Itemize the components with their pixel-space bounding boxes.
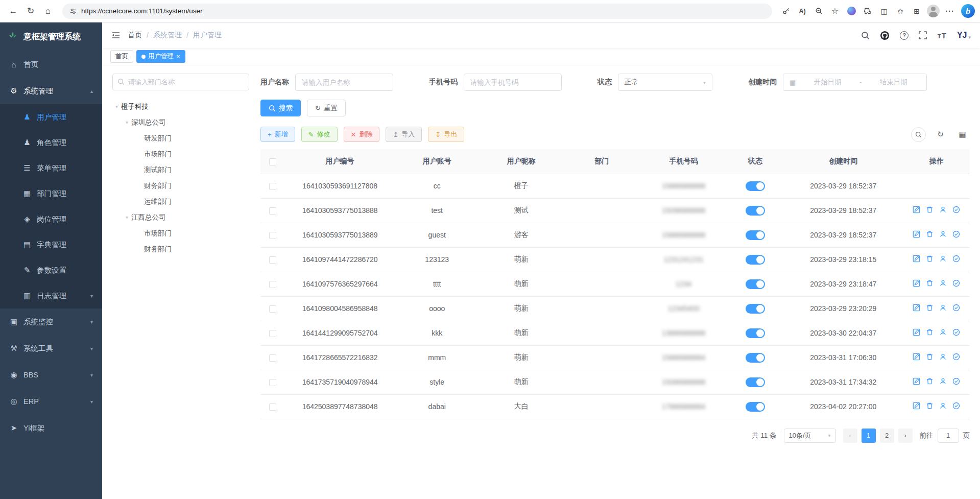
- reset-password-icon[interactable]: [939, 353, 947, 361]
- row-checkbox[interactable]: [269, 305, 276, 313]
- split-screen-icon[interactable]: ◫: [876, 4, 892, 19]
- favorites-bar-icon[interactable]: ✩: [893, 4, 908, 19]
- extensions-icon[interactable]: [860, 4, 875, 19]
- goto-page-input[interactable]: [938, 429, 959, 443]
- tree-node[interactable]: ▾ 江西总公司: [112, 209, 249, 225]
- fullscreen-icon[interactable]: [919, 31, 927, 39]
- username-input[interactable]: [295, 74, 393, 91]
- reset-button[interactable]: ↻ 重置: [307, 100, 346, 116]
- sidebar-item-erp[interactable]: ◎ ERP ▾: [0, 388, 102, 415]
- select-all-checkbox[interactable]: [269, 158, 276, 165]
- row-checkbox[interactable]: [269, 403, 276, 411]
- status-toggle[interactable]: [746, 279, 765, 289]
- sidebar-item-home[interactable]: ⌂ 首页: [0, 51, 102, 78]
- department-search-input[interactable]: [112, 74, 249, 90]
- status-toggle[interactable]: [746, 328, 765, 338]
- sidebar-item-log-management[interactable]: ▥ 日志管理 ▾: [0, 283, 102, 308]
- assign-role-icon[interactable]: [952, 206, 960, 213]
- sidebar-item-dict-management[interactable]: ▤ 字典管理: [0, 232, 102, 257]
- font-size-icon[interactable]: ᴛT: [937, 31, 947, 40]
- reset-password-icon[interactable]: [939, 304, 947, 312]
- read-aloud-icon[interactable]: A): [795, 4, 810, 19]
- tab-home[interactable]: 首页: [110, 50, 133, 63]
- tree-node[interactable]: 运维部门: [112, 194, 249, 209]
- trash-icon[interactable]: [926, 206, 934, 213]
- page-1-button[interactable]: 1: [862, 429, 876, 443]
- next-page-button[interactable]: ›: [898, 429, 913, 443]
- row-checkbox[interactable]: [269, 330, 276, 337]
- bing-icon[interactable]: b: [961, 4, 975, 18]
- caret-down-icon[interactable]: ▾: [115, 104, 118, 109]
- profile-avatar[interactable]: [925, 4, 941, 19]
- sidebar-item-system-management[interactable]: ⚙ 系统管理 ▴: [0, 78, 102, 104]
- date-range-picker[interactable]: ▦ 开始日期 - 结束日期: [783, 74, 927, 91]
- zoom-icon[interactable]: [811, 4, 826, 19]
- row-checkbox[interactable]: [269, 207, 276, 215]
- breadcrumb-system[interactable]: 系统管理: [153, 31, 182, 40]
- close-icon[interactable]: ×: [176, 53, 180, 60]
- sidebar-item-yi-framework[interactable]: ➤ Yi框架: [0, 415, 102, 441]
- row-checkbox[interactable]: [269, 256, 276, 264]
- assign-role-icon[interactable]: [952, 255, 960, 263]
- more-icon[interactable]: ⋯: [942, 4, 957, 19]
- password-key-icon[interactable]: [778, 4, 794, 19]
- back-icon[interactable]: ←: [5, 3, 21, 19]
- edit-icon[interactable]: [913, 255, 920, 263]
- sidebar-item-system-monitor[interactable]: ▣ 系统监控 ▾: [0, 308, 102, 335]
- assign-role-icon[interactable]: [952, 402, 960, 410]
- caret-down-icon[interactable]: ▾: [126, 215, 128, 220]
- sidebar-item-menu-management[interactable]: ☰ 菜单管理: [0, 155, 102, 181]
- add-favorite-icon[interactable]: ☆: [827, 4, 843, 19]
- edit-icon[interactable]: [913, 304, 920, 312]
- github-icon[interactable]: [880, 31, 890, 40]
- reset-password-icon[interactable]: [939, 255, 947, 263]
- refresh-icon[interactable]: ↻: [22, 3, 39, 19]
- user-avatar[interactable]: YJ ▾: [957, 31, 971, 40]
- assign-role-icon[interactable]: [952, 377, 960, 385]
- toggle-search-icon[interactable]: [911, 127, 926, 142]
- trash-icon[interactable]: [926, 304, 934, 312]
- trash-icon[interactable]: [926, 255, 934, 263]
- status-toggle[interactable]: [746, 181, 765, 191]
- sidebar-item-user-management[interactable]: ♟ 用户管理: [0, 104, 102, 130]
- column-settings-icon[interactable]: ▦: [955, 127, 970, 142]
- assign-role-icon[interactable]: [952, 353, 960, 361]
- assign-role-icon[interactable]: [952, 279, 960, 287]
- sidebar-item-system-tools[interactable]: ⚒ 系统工具 ▾: [0, 335, 102, 362]
- copilot-icon[interactable]: [844, 4, 859, 19]
- trash-icon[interactable]: [926, 279, 934, 287]
- edit-icon[interactable]: [913, 230, 920, 238]
- edit-icon[interactable]: [913, 206, 920, 213]
- status-toggle[interactable]: [746, 304, 765, 314]
- trash-icon[interactable]: [926, 402, 934, 410]
- row-checkbox[interactable]: [269, 354, 276, 362]
- search-button[interactable]: 搜索: [260, 100, 301, 116]
- edit-icon[interactable]: [913, 279, 920, 287]
- assign-role-icon[interactable]: [952, 328, 960, 336]
- caret-down-icon[interactable]: ▾: [126, 120, 128, 125]
- trash-icon[interactable]: [926, 353, 934, 361]
- edit-button[interactable]: ✎ 修改: [301, 127, 338, 142]
- status-toggle[interactable]: [746, 206, 765, 216]
- tree-node[interactable]: 市场部门: [112, 146, 249, 162]
- sidebar-collapse-icon[interactable]: [111, 31, 121, 40]
- sidebar-item-bbs[interactable]: ◉ BBS ▾: [0, 362, 102, 388]
- status-toggle[interactable]: [746, 230, 765, 240]
- sidebar-item-role-management[interactable]: ♟ 角色管理: [0, 130, 102, 155]
- reset-password-icon[interactable]: [939, 206, 947, 213]
- row-checkbox[interactable]: [269, 183, 276, 190]
- edit-icon[interactable]: [913, 377, 920, 385]
- row-checkbox[interactable]: [269, 232, 276, 239]
- trash-icon[interactable]: [926, 230, 934, 238]
- edit-icon[interactable]: [913, 353, 920, 361]
- edit-icon[interactable]: [913, 402, 920, 410]
- status-toggle[interactable]: [746, 353, 765, 363]
- collections-icon[interactable]: ⊞: [909, 4, 924, 19]
- row-checkbox[interactable]: [269, 379, 276, 386]
- sidebar-item-post-management[interactable]: ◈ 岗位管理: [0, 206, 102, 232]
- add-button[interactable]: + 新增: [260, 127, 295, 142]
- tree-node[interactable]: 财务部门: [112, 241, 249, 257]
- search-icon[interactable]: [861, 31, 870, 40]
- tree-node[interactable]: 测试部门: [112, 162, 249, 178]
- reset-password-icon[interactable]: [939, 328, 947, 336]
